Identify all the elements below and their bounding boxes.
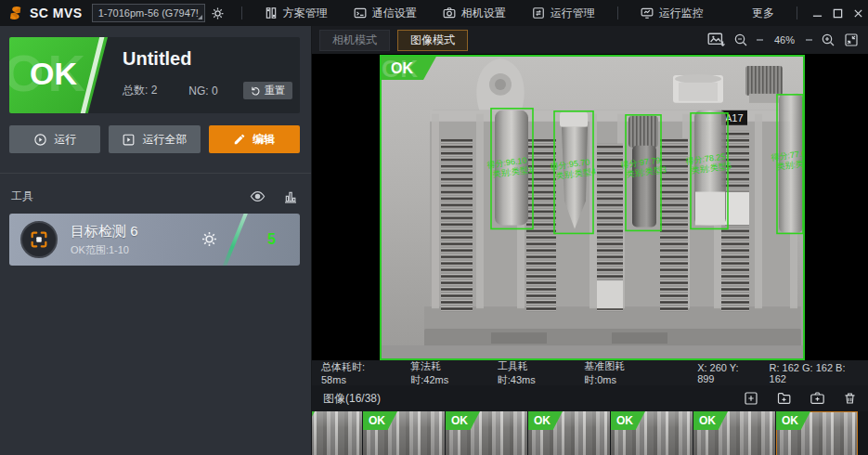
tab-label: 相机模式	[332, 32, 377, 48]
gallery-title: 图像(16/38)	[323, 391, 381, 407]
menu-label: 方案管理	[283, 6, 328, 21]
export-image-icon[interactable]	[707, 32, 725, 47]
run-label: 运行	[54, 132, 76, 148]
delete-trash-icon[interactable]	[843, 391, 857, 406]
ng-count: NG: 0	[188, 84, 217, 98]
image-canvas[interactable]: A17	[312, 54, 868, 360]
zoom-in-icon[interactable]	[821, 32, 836, 47]
tool-result-count: 5	[267, 231, 276, 248]
add-image-icon[interactable]	[744, 391, 758, 406]
target-detection-icon	[29, 229, 49, 250]
cursor-position: X: 260 Y: 899	[697, 362, 754, 384]
viewer-area: 相机模式 图像模式 46%	[311, 26, 868, 455]
tool-time: 工具耗时:43ms	[498, 359, 562, 387]
tab-label: 图像模式	[410, 32, 455, 48]
thumbnail[interactable]: OK	[446, 411, 527, 455]
thumbnail-ok-badge: OK	[693, 411, 728, 430]
menu-label: 相机设置	[461, 6, 506, 21]
terminal-icon	[354, 6, 367, 20]
close-button[interactable]	[848, 0, 868, 26]
brand-s-icon	[7, 5, 24, 21]
thumbnail-ok-badge: OK	[312, 411, 315, 430]
separator	[617, 6, 618, 20]
pencil-icon	[233, 133, 246, 146]
device-settings-gear-icon[interactable]	[211, 6, 225, 20]
reset-label: 重置	[265, 84, 285, 98]
inspection-photo: A17	[380, 55, 805, 360]
thumbnail[interactable]: OK	[528, 411, 610, 455]
statistics-histogram-icon[interactable]	[283, 189, 298, 204]
fit-to-window-icon[interactable]	[844, 32, 859, 47]
thumbnail[interactable]: OK	[363, 411, 445, 455]
edit-label: 编辑	[253, 132, 275, 148]
device-select[interactable]: 1-7016pm-56 (G7947!	[92, 4, 205, 22]
thumbnail-ok-badge: OK	[363, 411, 397, 430]
tab-camera-mode[interactable]: 相机模式	[319, 30, 390, 51]
tools-section-label: 工具	[11, 188, 33, 204]
menu-run-monitor[interactable]: 运行监控	[628, 0, 717, 26]
gallery-header: 图像(16/38)	[312, 385, 868, 411]
menu-label: 运行监控	[659, 6, 704, 21]
cap-cup	[673, 74, 723, 103]
play-square-icon	[122, 133, 136, 147]
zoom-out-icon[interactable]	[733, 32, 748, 47]
run-button[interactable]: 运行	[9, 125, 100, 153]
menu-communication-settings[interactable]: 通信设置	[341, 0, 430, 26]
sidebar: OK OK Untitled 总数: 2 NG: 0 重置 运行	[0, 26, 311, 455]
add-folder-icon[interactable]	[776, 391, 792, 406]
menu-solution-management[interactable]: 方案管理	[252, 0, 341, 26]
tool-ok-range: OK范围:1-10	[71, 243, 138, 257]
tool-item-target-detection[interactable]: 目标检测 6 OK范围:1-10 5	[9, 214, 300, 266]
separator	[241, 6, 242, 20]
menu-camera-settings[interactable]: 相机设置	[430, 0, 519, 26]
run-management-icon	[532, 6, 545, 20]
edit-button[interactable]: 编辑	[209, 125, 300, 153]
tool-name: 目标检测 6	[71, 223, 138, 240]
zoom-dash	[757, 39, 763, 41]
zoom-level-value: 46%	[771, 34, 797, 46]
status-bar: 总体耗时: 58ms 算法耗时:42ms 工具耗时:43ms 基准图耗时:0ms…	[312, 360, 868, 385]
divider	[0, 173, 311, 174]
solution-title: Untitled	[123, 48, 191, 70]
minimize-button[interactable]	[807, 0, 827, 26]
tab-image-mode[interactable]: 图像模式	[397, 30, 468, 51]
reset-button[interactable]: 重置	[243, 82, 292, 99]
reset-icon	[251, 85, 261, 96]
device-select-value: 1-7016pm-56 (G7947!	[98, 7, 199, 19]
app-title: SC MVS	[30, 6, 83, 20]
thumbnail[interactable]: OK	[312, 411, 362, 455]
pixel-rgb-value: R: 162 G: 162 B: 162	[770, 362, 859, 384]
thumbnail-ok-badge: OK	[528, 411, 563, 430]
thumbnail-ok-badge: OK	[776, 411, 810, 430]
add-camera-capture-icon[interactable]	[810, 391, 825, 406]
visibility-eye-icon[interactable]	[250, 188, 266, 204]
menu-label: 通信设置	[372, 6, 417, 21]
separator	[797, 6, 797, 20]
app-logo: SC MVS	[0, 5, 92, 21]
menu-run-management[interactable]: 运行管理	[519, 0, 608, 26]
more-button[interactable]: 更多	[739, 6, 787, 21]
thumbnail[interactable]: OK	[611, 411, 693, 455]
total-count: 总数: 2	[123, 83, 157, 98]
top-bar: SC MVS 1-7016pm-56 (G7947! 方案管理 通信设置 相机设…	[0, 0, 868, 26]
monitor-icon	[641, 6, 654, 20]
thumbnail[interactable]: OK	[693, 411, 775, 455]
tool-icon-circle	[20, 221, 58, 258]
solution-icon	[265, 6, 278, 20]
thumbnail-selected[interactable]: OK	[776, 411, 858, 455]
run-all-label: 运行全部	[142, 132, 187, 148]
tool-settings-gear-icon[interactable]	[201, 230, 218, 248]
zoom-dash	[806, 39, 812, 41]
reference-time: 基准图耗时:0ms	[584, 359, 653, 387]
overall-time: 总体耗时: 58ms	[321, 360, 388, 385]
thumbnail-ok-badge: OK	[611, 411, 645, 430]
menu-label: 运行管理	[551, 6, 595, 21]
play-circle-icon	[33, 133, 47, 147]
maximize-button[interactable]	[827, 0, 848, 26]
thumbnail-strip[interactable]: OK OK OK OK OK OK OK	[312, 411, 868, 455]
run-all-button[interactable]: 运行全部	[109, 125, 200, 153]
result-card: OK OK Untitled 总数: 2 NG: 0 重置	[9, 37, 300, 113]
badge-text: OK	[391, 60, 413, 76]
result-status: OK	[30, 56, 77, 92]
camera-icon	[443, 6, 456, 20]
